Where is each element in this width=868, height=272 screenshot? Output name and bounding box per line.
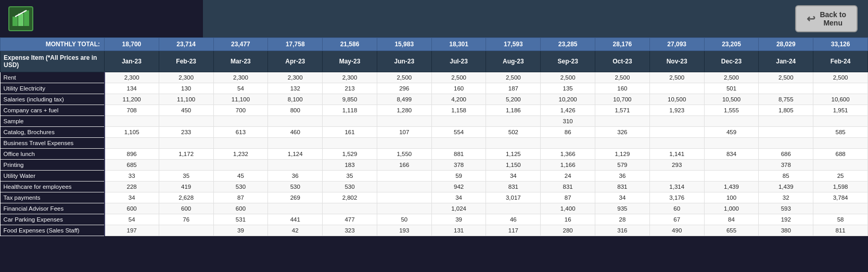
table-row: Car Parking Expenses54765314414775039461… — [1, 214, 868, 225]
expense-value: 3,784 — [813, 192, 868, 203]
monthly-total-value: 17,758 — [268, 38, 323, 51]
expense-value: 378 — [431, 160, 486, 171]
table-row: Salaries (including tax)11,20011,10011,1… — [1, 94, 868, 105]
expense-value: 59 — [431, 171, 486, 182]
expense-value: 100 — [704, 192, 759, 203]
table-row: Healthcare for employees2284195305305309… — [1, 182, 868, 192]
expense-value: 1,000 — [704, 203, 759, 214]
expense-item-name: Company cars + fuel — [1, 105, 105, 116]
expense-item-name: Catalog, Brochures — [1, 127, 105, 138]
expense-value: 686 — [759, 149, 813, 160]
expense-value — [159, 116, 213, 127]
expense-value: 2,802 — [323, 192, 377, 203]
monthly-total-value: 17,593 — [486, 38, 541, 51]
expense-value — [704, 171, 759, 182]
expense-value: 1,439 — [704, 182, 759, 192]
expense-value: 3,176 — [649, 192, 704, 203]
expense-value: 131 — [431, 225, 486, 236]
expense-value: 36 — [268, 171, 323, 182]
monthly-total-value: 28,029 — [759, 38, 813, 51]
expense-value: 1,951 — [813, 105, 868, 116]
expense-value: 84 — [704, 214, 759, 225]
expense-value: 530 — [213, 182, 268, 192]
table-row: Food Expenses (Sales Staff)1973942323193… — [1, 225, 868, 236]
expense-value: 613 — [213, 127, 268, 138]
expense-value: 419 — [159, 182, 213, 192]
expense-value: 2,300 — [268, 72, 323, 83]
month-header: Jan-23 — [105, 51, 159, 72]
expense-value — [649, 138, 704, 149]
expense-item-name: Salaries (including tax) — [1, 94, 105, 105]
expense-value: 688 — [813, 149, 868, 160]
expense-value: 39 — [213, 225, 268, 236]
expense-value: 4,200 — [431, 94, 486, 105]
expense-value: 1,150 — [486, 160, 541, 171]
expense-value: 34 — [431, 192, 486, 203]
back-button-area: ↩ Back toMenu — [785, 0, 868, 37]
month-header: Apr-23 — [268, 51, 323, 72]
expense-value: 1,555 — [704, 105, 759, 116]
expense-value: 531 — [213, 214, 268, 225]
expense-value — [159, 138, 213, 149]
expense-value — [649, 116, 704, 127]
expense-value: 117 — [486, 225, 541, 236]
expense-value: 28 — [595, 214, 650, 225]
back-to-menu-button[interactable]: ↩ Back toMenu — [795, 5, 858, 32]
expense-value — [649, 83, 704, 94]
header: ↩ Back toMenu — [0, 0, 868, 37]
expense-value: 87 — [541, 192, 595, 203]
svg-rect-1 — [18, 14, 23, 26]
expense-value — [813, 160, 868, 171]
expense-value — [813, 203, 868, 214]
expense-value: 2,300 — [105, 72, 159, 83]
expense-value: 1,314 — [649, 182, 704, 192]
expense-value: 554 — [431, 127, 486, 138]
expense-value: 380 — [759, 225, 813, 236]
expense-item-header: Expense Item (*All Prices are in USD) — [1, 51, 105, 72]
expense-value: 2,500 — [431, 72, 486, 83]
expense-value: 24 — [541, 171, 595, 182]
expense-value: 50 — [377, 214, 431, 225]
expense-value: 700 — [213, 105, 268, 116]
header-spacer — [203, 0, 785, 37]
expense-item-name: Business Travel Expenses — [1, 138, 105, 149]
expense-item-name: Car Parking Expenses — [1, 214, 105, 225]
monthly-total-label: MONTHLY TOTAL: — [1, 38, 105, 51]
expense-value — [541, 138, 595, 149]
expense-value — [704, 116, 759, 127]
expense-value: 450 — [159, 105, 213, 116]
month-header: Dec-23 — [704, 51, 759, 72]
expense-value: 1,550 — [377, 149, 431, 160]
expense-value: 326 — [595, 127, 650, 138]
expense-value — [704, 138, 759, 149]
expense-value: 441 — [268, 214, 323, 225]
expense-value: 1,598 — [813, 182, 868, 192]
expense-value: 2,500 — [813, 72, 868, 83]
table-row: Utility Electricity134130541322132961601… — [1, 83, 868, 94]
expense-value: 1,129 — [595, 149, 650, 160]
expense-value: 134 — [105, 83, 159, 94]
expense-value: 2,300 — [323, 72, 377, 83]
expense-value: 378 — [759, 160, 813, 171]
month-header: Feb-23 — [159, 51, 213, 72]
back-button-label: Back toMenu — [820, 10, 846, 27]
expense-value — [377, 192, 431, 203]
expense-value: 42 — [268, 225, 323, 236]
expense-value: 87 — [213, 192, 268, 203]
expense-item-name: Rent — [1, 72, 105, 83]
expense-value: 502 — [486, 127, 541, 138]
expense-value: 2,500 — [704, 72, 759, 83]
expense-value — [159, 225, 213, 236]
expense-value — [213, 138, 268, 149]
expense-item-name: Office lunch — [1, 149, 105, 160]
expense-value: 67 — [649, 214, 704, 225]
expense-value: 54 — [213, 83, 268, 94]
month-header: Nov-23 — [649, 51, 704, 72]
expense-value: 160 — [431, 83, 486, 94]
table-row: Company cars + fuel7084507008001,1181,28… — [1, 105, 868, 116]
expense-value: 834 — [704, 149, 759, 160]
month-header: Sep-23 — [541, 51, 595, 72]
expense-value: 1,105 — [105, 127, 159, 138]
expense-value: 8,755 — [759, 94, 813, 105]
expense-value: 530 — [323, 182, 377, 192]
